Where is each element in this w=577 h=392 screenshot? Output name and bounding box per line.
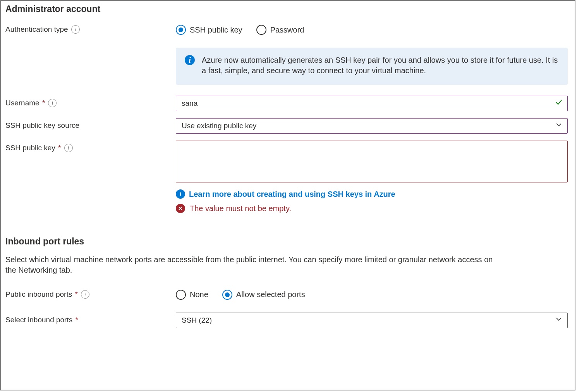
label-username: Username * <box>5 96 176 108</box>
chevron-down-icon <box>555 121 563 131</box>
error-icon: ✕ <box>176 204 185 213</box>
auth-type-radio-group: SSH public key Password <box>176 22 568 38</box>
required-indicator: * <box>56 144 61 152</box>
row-public-inbound: Public inbound ports * None Allow select… <box>5 287 568 303</box>
chevron-down-icon <box>555 315 563 325</box>
label-ssh-key-source-text: SSH public key source <box>5 120 79 131</box>
row-auth-type: Authentication type SSH public key Passw… <box>5 22 568 85</box>
ssh-info-callout: i Azure now automatically generates an S… <box>176 48 568 85</box>
info-icon[interactable] <box>71 25 80 34</box>
section-inbound-ports: Inbound port rules Select which virtual … <box>5 236 568 328</box>
radio-indicator <box>222 290 232 300</box>
row-select-inbound: Select inbound ports * SSH (22) <box>5 313 568 328</box>
radio-indicator <box>256 25 266 35</box>
ssh-key-source-value: Use existing public key <box>182 121 256 131</box>
label-public-inbound-text: Public inbound ports <box>5 290 72 298</box>
info-filled-icon: i <box>185 55 195 65</box>
required-indicator: * <box>40 99 45 107</box>
radio-ports-allow[interactable]: Allow selected ports <box>222 289 305 300</box>
ssh-key-error: ✕ The value must not be empty. <box>176 203 568 214</box>
required-indicator: * <box>73 316 78 324</box>
radio-auth-password-label: Password <box>270 25 304 35</box>
label-ssh-public-key-text: SSH public key <box>5 144 55 152</box>
section-title-ports: Inbound port rules <box>5 236 568 248</box>
label-username-text: Username <box>5 99 39 107</box>
username-input[interactable] <box>176 96 568 111</box>
ssh-key-source-select[interactable]: Use existing public key <box>176 118 568 134</box>
username-input-wrap <box>176 96 568 111</box>
required-indicator: * <box>73 290 78 298</box>
radio-ports-none-label: None <box>190 289 208 300</box>
ssh-learn-more-link[interactable]: Learn more about creating and using SSH … <box>189 189 395 199</box>
radio-ports-allow-label: Allow selected ports <box>236 289 305 300</box>
select-inbound-ports-select[interactable]: SSH (22) <box>176 313 568 328</box>
radio-auth-ssh[interactable]: SSH public key <box>176 25 242 35</box>
label-public-inbound: Public inbound ports * <box>5 287 176 299</box>
radio-auth-password[interactable]: Password <box>256 25 304 35</box>
select-inbound-ports-value: SSH (22) <box>182 315 212 325</box>
info-filled-icon: i <box>176 189 185 199</box>
label-auth-type-text: Authentication type <box>5 24 68 34</box>
row-username: Username * <box>5 96 568 111</box>
checkmark-icon <box>555 98 563 109</box>
radio-auth-ssh-label: SSH public key <box>190 25 242 35</box>
radio-indicator <box>176 290 186 300</box>
label-auth-type: Authentication type <box>5 22 176 34</box>
info-icon[interactable] <box>48 99 57 107</box>
row-ssh-public-key: SSH public key * i Learn more about crea… <box>5 141 568 214</box>
ports-description: Select which virtual machine network por… <box>5 254 501 275</box>
ssh-learn-more-row: i Learn more about creating and using SS… <box>176 189 568 199</box>
form-frame: Administrator account Authentication typ… <box>0 0 575 390</box>
info-icon[interactable] <box>81 290 89 299</box>
radio-ports-none[interactable]: None <box>176 289 208 300</box>
public-inbound-radio-group: None Allow selected ports <box>176 287 568 303</box>
row-ssh-key-source: SSH public key source Use existing publi… <box>5 118 568 134</box>
label-select-inbound-text: Select inbound ports <box>5 316 72 324</box>
section-title-admin: Administrator account <box>5 3 568 15</box>
radio-indicator <box>176 25 186 35</box>
ssh-info-callout-text: Azure now automatically generates an SSH… <box>202 55 558 76</box>
label-ssh-public-key: SSH public key * <box>5 141 176 153</box>
ssh-key-error-text: The value must not be empty. <box>190 203 291 214</box>
info-icon[interactable] <box>64 144 73 152</box>
label-ssh-key-source: SSH public key source <box>5 118 176 131</box>
ssh-public-key-textarea[interactable] <box>176 141 568 182</box>
label-select-inbound: Select inbound ports * <box>5 313 176 325</box>
